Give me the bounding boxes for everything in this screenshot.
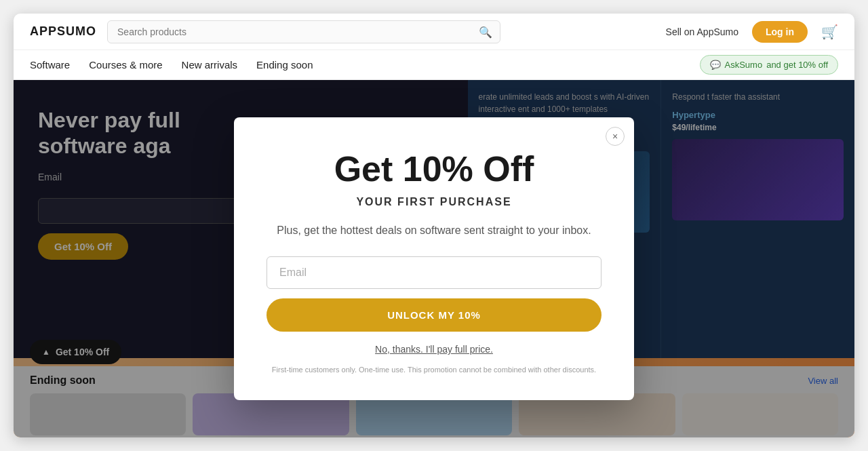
modal-email-input[interactable]: [267, 256, 601, 289]
ask-sumo-label: AskSumo: [725, 60, 763, 70]
search-icon: 🔍: [479, 25, 492, 38]
ask-sumo-button[interactable]: 💬 AskSumo and get 10% off: [700, 55, 838, 75]
main-content: Never pay full software aga Email Get 10…: [14, 80, 854, 437]
close-icon: ×: [612, 131, 618, 142]
ask-sumo-suffix: and get 10% off: [766, 60, 828, 70]
nav-item-new-arrivals[interactable]: New arrivals: [182, 59, 238, 71]
modal-close-button[interactable]: ×: [606, 127, 625, 146]
site-nav: Software Courses & more New arrivals End…: [14, 50, 854, 80]
nav-item-software[interactable]: Software: [30, 59, 70, 71]
sell-on-appsumo-link[interactable]: Sell on AppSumo: [666, 26, 738, 37]
nav-item-courses[interactable]: Courses & more: [89, 59, 162, 71]
discount-modal: × Get 10% Off YOUR FIRST PURCHASE Plus, …: [234, 117, 634, 399]
modal-subheading: YOUR FIRST PURCHASE: [267, 196, 601, 208]
search-container: 🔍: [107, 20, 500, 43]
modal-cta-button[interactable]: UNLOCK MY 10%: [267, 298, 601, 332]
chat-icon: 💬: [710, 60, 721, 70]
search-input[interactable]: [107, 20, 500, 43]
site-header: APPSUMO 🔍 Sell on AppSumo Log in 🛒: [14, 14, 854, 50]
modal-description: Plus, get the hottest deals on software …: [267, 222, 601, 239]
modal-disclaimer: First-time customers only. One-time use.…: [267, 364, 601, 376]
logo[interactable]: APPSUMO: [30, 24, 96, 39]
modal-decline-link[interactable]: No, thanks. I'll pay full price.: [267, 344, 601, 355]
modal-heading: Get 10% Off: [267, 150, 601, 189]
login-button[interactable]: Log in: [752, 21, 808, 43]
browser-window: APPSUMO 🔍 Sell on AppSumo Log in 🛒 Softw…: [14, 14, 854, 437]
header-actions: Sell on AppSumo Log in 🛒: [666, 21, 838, 43]
nav-item-ending-soon[interactable]: Ending soon: [256, 59, 313, 71]
modal-overlay[interactable]: × Get 10% Off YOUR FIRST PURCHASE Plus, …: [14, 80, 854, 437]
cart-icon[interactable]: 🛒: [821, 24, 838, 40]
